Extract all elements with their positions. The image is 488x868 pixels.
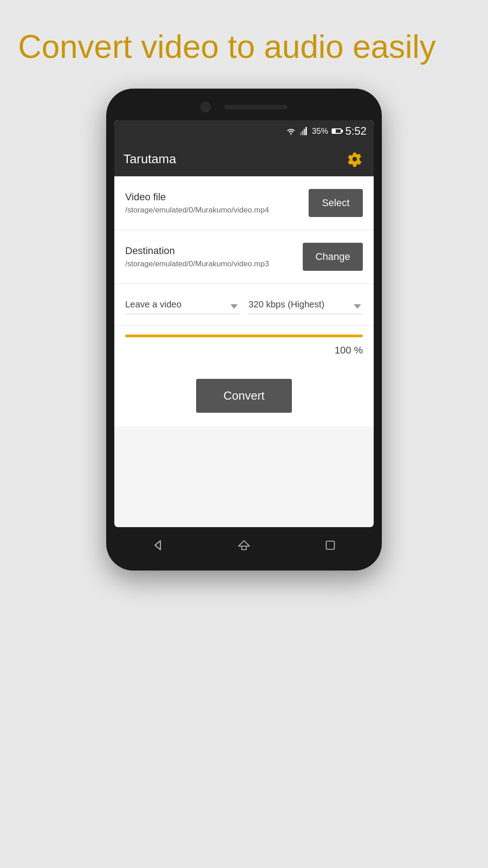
bitrate-option-wrapper: 320 kbps (Highest) (249, 295, 363, 314)
app-content: Video file /storage/emulated/0/Murakumo/… (114, 176, 374, 426)
progress-percentage: 100 % (125, 344, 363, 356)
svg-marker-5 (239, 541, 249, 546)
svg-marker-4 (155, 541, 160, 550)
convert-button[interactable]: Convert (196, 379, 291, 413)
destination-section: Destination /storage/emulated/0/Murakumo… (114, 230, 374, 284)
front-camera (201, 102, 211, 112)
select-button[interactable]: Select (309, 189, 363, 217)
svg-rect-3 (305, 127, 307, 135)
destination-path: /storage/emulated/0/Murakumo/video.mp3 (125, 259, 303, 269)
svg-rect-0 (300, 132, 301, 135)
battery-percentage: 35% (312, 127, 328, 136)
phone-mockup: 35% 5:52 Tarutama Video file /s (106, 89, 382, 571)
video-option-select[interactable]: Leave a video (125, 295, 239, 314)
phone-screen: 35% 5:52 Tarutama Video file /s (114, 120, 374, 527)
change-button[interactable]: Change (303, 243, 363, 271)
video-file-info: Video file /storage/emulated/0/Murakumo/… (125, 191, 309, 215)
destination-info: Destination /storage/emulated/0/Murakumo… (125, 245, 303, 269)
home-icon (238, 539, 250, 552)
recent-button[interactable] (321, 536, 339, 554)
video-file-path: /storage/emulated/0/Murakumo/video.mp4 (125, 206, 309, 215)
svg-rect-6 (242, 546, 246, 550)
app-bar: Tarutama (114, 142, 374, 176)
recent-icon (324, 539, 337, 552)
gear-icon (347, 151, 362, 167)
svg-rect-2 (304, 129, 305, 135)
settings-button[interactable] (345, 149, 365, 169)
bitrate-option-select[interactable]: 320 kbps (Highest) (249, 295, 363, 314)
progress-section: 100 % (114, 326, 374, 374)
options-section: Leave a video 320 kbps (Highest) (114, 284, 374, 326)
video-option-wrapper: Leave a video (125, 295, 239, 314)
video-file-label: Video file (125, 191, 309, 203)
wifi-icon (286, 127, 296, 135)
home-button[interactable] (235, 536, 253, 554)
phone-top-bar (114, 102, 374, 112)
convert-btn-wrapper: Convert (114, 374, 374, 426)
phone-nav-bar (114, 529, 374, 561)
svg-rect-1 (302, 131, 303, 135)
back-button[interactable] (149, 536, 167, 554)
status-time: 5:52 (345, 125, 366, 137)
battery-icon (332, 128, 342, 134)
progress-bar-container (125, 335, 363, 337)
status-bar: 35% 5:52 (114, 120, 374, 142)
svg-rect-7 (326, 541, 334, 549)
status-icons: 35% 5:52 (286, 125, 366, 137)
progress-bar-fill (125, 335, 363, 337)
page-title: Convert video to audio easily (0, 0, 488, 84)
signal-icon (300, 127, 308, 135)
back-icon (151, 539, 164, 552)
app-bar-title: Tarutama (123, 152, 176, 166)
video-file-section: Video file /storage/emulated/0/Murakumo/… (114, 176, 374, 230)
destination-label: Destination (125, 245, 303, 257)
phone-speaker (224, 105, 287, 109)
